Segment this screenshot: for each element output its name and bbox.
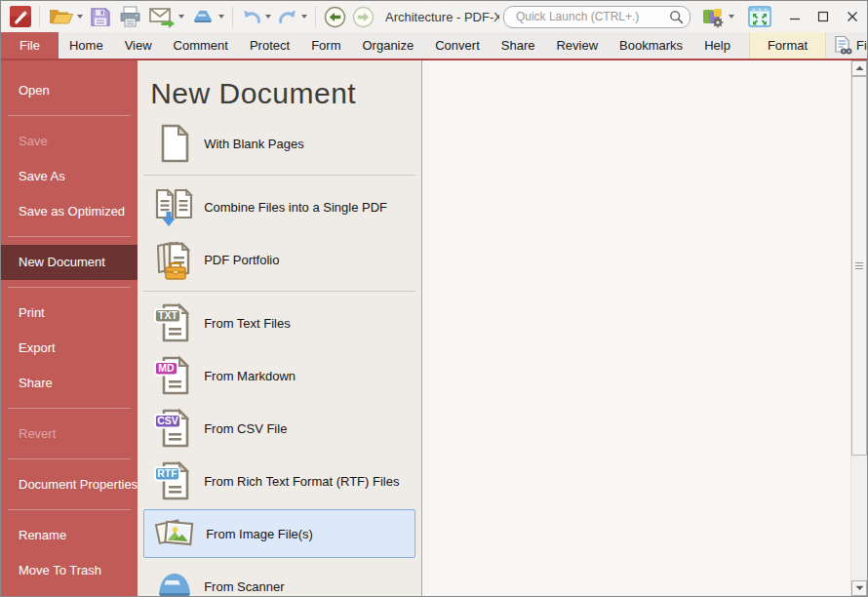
redo-icon: [277, 7, 298, 26]
tab-view[interactable]: View: [114, 32, 163, 59]
csv-file-icon: CSV: [154, 408, 195, 449]
undo-dropdown-caret[interactable]: [265, 15, 271, 19]
scanner-icon: [154, 566, 195, 596]
undo-button[interactable]: [238, 5, 274, 28]
open-file-button[interactable]: [45, 4, 86, 29]
pdf-portfolio-icon: [154, 238, 195, 281]
menu-item-label: From Rich Text Format (RTF) Files: [204, 474, 399, 489]
nav-back-button[interactable]: [321, 4, 349, 30]
quick-launch-input[interactable]: [514, 9, 669, 24]
tab-protect[interactable]: Protect: [239, 32, 300, 59]
scroll-down-button[interactable]: [851, 580, 867, 596]
nav-forward-button[interactable]: [349, 4, 377, 30]
ui-options-button[interactable]: [698, 4, 737, 30]
sidebar-divider: [8, 458, 131, 459]
fullscreen-button[interactable]: [745, 4, 774, 29]
email-dropdown-caret[interactable]: [178, 15, 184, 19]
menu-item-pdf-portfolio[interactable]: PDF Portfolio: [143, 233, 415, 286]
save-button[interactable]: [86, 3, 115, 30]
tab-share[interactable]: Share: [491, 32, 546, 59]
scan-dropdown-caret[interactable]: [218, 15, 224, 19]
open-dropdown-caret[interactable]: [77, 15, 83, 19]
ribbon-tab-bar: File Home View Comment Protect Form Orga…: [1, 32, 867, 59]
sidebar-item-new-document[interactable]: New Document: [1, 245, 138, 280]
sidebar-item-save-as[interactable]: Save As: [1, 159, 138, 194]
email-send-icon: [148, 6, 176, 28]
menu-item-from-image-files[interactable]: From Image File(s): [143, 509, 415, 558]
tab-form[interactable]: Form: [300, 32, 351, 59]
find-button[interactable]: Find...: [826, 32, 868, 59]
tab-review[interactable]: Review: [545, 32, 609, 59]
menu-item-label: From Scanner: [204, 579, 284, 594]
sidebar-divider: [8, 115, 131, 116]
menu-item-from-text-files[interactable]: TXT From Text Files: [143, 297, 415, 349]
search-icon: [669, 10, 684, 24]
new-document-panel: New Document With Blank Pages Combine Fi…: [138, 60, 422, 596]
sidebar-divider: [8, 287, 131, 288]
svg-text:CSV: CSV: [157, 415, 178, 426]
scrollbar-thumb[interactable]: [851, 76, 867, 456]
tab-bookmarks[interactable]: Bookmarks: [609, 32, 693, 59]
menu-item-label: From CSV File: [204, 421, 287, 436]
toolbar-separator: [39, 6, 40, 27]
sidebar-item-export[interactable]: Export: [1, 331, 138, 366]
redo-dropdown-caret[interactable]: [301, 15, 307, 19]
close-button[interactable]: [838, 2, 867, 31]
menu-item-label: From Image File(s): [206, 527, 313, 541]
sidebar-item-revert: Revert: [1, 417, 138, 452]
file-menu-sidebar: Open Save Save As Save as Optimized New …: [1, 60, 138, 596]
window-title: Architecture - PDF-XChang..: [385, 10, 499, 24]
sidebar-divider: [8, 236, 131, 237]
sidebar-item-open[interactable]: Open: [1, 73, 138, 108]
menu-item-label: From Markdown: [204, 369, 296, 383]
menu-item-label: With Blank Pages: [204, 137, 304, 151]
menu-item-blank-pages[interactable]: With Blank Pages: [143, 117, 415, 170]
tab-format[interactable]: Format: [749, 32, 826, 59]
tab-file[interactable]: File: [1, 32, 59, 59]
document-area[interactable]: [422, 60, 850, 596]
ui-options-dropdown-caret[interactable]: [729, 15, 734, 19]
maximize-button[interactable]: [809, 2, 839, 31]
sidebar-item-share[interactable]: Share: [1, 366, 138, 401]
menu-item-from-csv-file[interactable]: CSV From CSV File: [143, 402, 415, 455]
sidebar-item-print[interactable]: Print: [1, 296, 138, 331]
menu-item-from-markdown[interactable]: MD From Markdown: [143, 349, 415, 402]
open-folder-icon: [48, 6, 74, 27]
sidebar-divider: [8, 509, 131, 510]
scan-button[interactable]: [187, 4, 227, 29]
tab-organize[interactable]: Organize: [351, 32, 424, 59]
tab-home[interactable]: Home: [59, 32, 114, 59]
scrollbar-track[interactable]: [851, 76, 867, 580]
scan-icon: [190, 6, 216, 27]
undo-icon: [241, 7, 262, 26]
menu-item-combine-files[interactable]: Combine Files into a Single PDF: [143, 180, 415, 233]
image-file-icon: [154, 514, 197, 553]
sidebar-item-document-properties[interactable]: Document Properties: [1, 467, 138, 502]
menu-item-label: From Text Files: [204, 316, 291, 331]
tab-convert[interactable]: Convert: [424, 32, 491, 59]
scroll-up-button[interactable]: [851, 60, 867, 76]
ui-options-icon: [701, 6, 726, 28]
print-button[interactable]: [115, 3, 145, 30]
txt-file-icon: TXT: [154, 302, 195, 343]
menu-item-from-scanner[interactable]: From Scanner: [143, 560, 415, 596]
vertical-scrollbar[interactable]: [850, 60, 867, 596]
md-file-icon: MD: [154, 355, 195, 396]
quick-launch-box[interactable]: [503, 6, 690, 28]
toolbar-separator: [232, 6, 233, 27]
find-button-label: Find...: [856, 38, 868, 53]
rtf-file-icon: RTF: [154, 460, 195, 501]
tab-help[interactable]: Help: [693, 32, 741, 59]
email-button[interactable]: [145, 4, 187, 30]
svg-text:TXT: TXT: [158, 309, 178, 321]
minimize-button[interactable]: [780, 2, 809, 31]
find-in-document-icon: [833, 35, 852, 56]
file-menu-backstage: Open Save Save As Save as Optimized New …: [1, 60, 867, 596]
redo-button[interactable]: [274, 5, 310, 28]
sidebar-item-rename[interactable]: Rename: [1, 518, 138, 553]
sidebar-item-move-to-trash[interactable]: Move To Trash: [1, 553, 138, 588]
tab-comment[interactable]: Comment: [163, 32, 239, 59]
menu-item-from-rtf-files[interactable]: RTF From Rich Text Format (RTF) Files: [143, 455, 415, 507]
sidebar-item-save-as-optimized[interactable]: Save as Optimized: [1, 194, 138, 229]
panel-heading: New Document: [138, 74, 421, 113]
